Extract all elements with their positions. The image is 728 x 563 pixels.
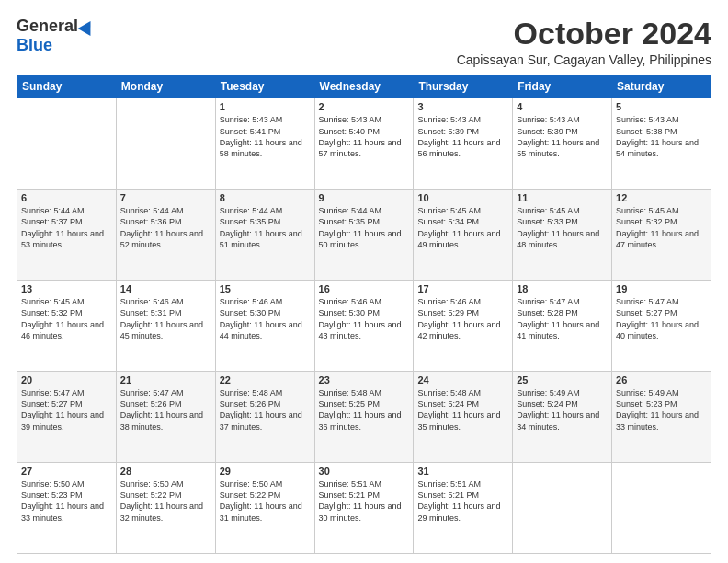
cell-info: Sunrise: 5:44 AM Sunset: 5:35 PM Dayligh… bbox=[319, 205, 410, 250]
calendar-cell: 2Sunrise: 5:43 AM Sunset: 5:40 PM Daylig… bbox=[314, 98, 414, 190]
day-number: 28 bbox=[120, 465, 211, 477]
cell-info: Sunrise: 5:43 AM Sunset: 5:40 PM Dayligh… bbox=[319, 114, 410, 159]
calendar-cell bbox=[612, 463, 711, 554]
cell-info: Sunrise: 5:51 AM Sunset: 5:21 PM Dayligh… bbox=[417, 478, 508, 523]
location-title: Capissayan Sur, Cagayan Valley, Philippi… bbox=[457, 52, 711, 67]
cell-info: Sunrise: 5:47 AM Sunset: 5:28 PM Dayligh… bbox=[517, 296, 608, 341]
day-number: 2 bbox=[319, 101, 410, 112]
calendar-table: SundayMondayTuesdayWednesdayThursdayFrid… bbox=[17, 75, 711, 554]
calendar-cell: 22Sunrise: 5:48 AM Sunset: 5:26 PM Dayli… bbox=[215, 372, 314, 463]
cell-info: Sunrise: 5:43 AM Sunset: 5:38 PM Dayligh… bbox=[616, 114, 707, 159]
day-number: 14 bbox=[120, 283, 211, 294]
calendar-cell: 20Sunrise: 5:47 AM Sunset: 5:27 PM Dayli… bbox=[17, 372, 117, 463]
cell-info: Sunrise: 5:47 AM Sunset: 5:27 PM Dayligh… bbox=[21, 387, 112, 432]
cell-info: Sunrise: 5:43 AM Sunset: 5:41 PM Dayligh… bbox=[220, 114, 311, 159]
calendar-cell: 31Sunrise: 5:51 AM Sunset: 5:21 PM Dayli… bbox=[414, 463, 513, 554]
calendar-cell: 13Sunrise: 5:45 AM Sunset: 5:32 PM Dayli… bbox=[17, 281, 117, 372]
day-number: 11 bbox=[517, 192, 608, 203]
calendar-cell: 11Sunrise: 5:45 AM Sunset: 5:33 PM Dayli… bbox=[513, 190, 612, 281]
cell-info: Sunrise: 5:44 AM Sunset: 5:37 PM Dayligh… bbox=[21, 205, 112, 250]
month-title: October 2024 bbox=[457, 17, 711, 51]
cell-info: Sunrise: 5:48 AM Sunset: 5:26 PM Dayligh… bbox=[220, 387, 311, 432]
weekday-header-sunday: Sunday bbox=[17, 75, 117, 98]
weekday-header-saturday: Saturday bbox=[612, 75, 711, 98]
calendar-cell: 17Sunrise: 5:46 AM Sunset: 5:29 PM Dayli… bbox=[414, 281, 513, 372]
calendar-cell: 23Sunrise: 5:48 AM Sunset: 5:25 PM Dayli… bbox=[314, 372, 414, 463]
cell-info: Sunrise: 5:49 AM Sunset: 5:23 PM Dayligh… bbox=[616, 387, 707, 432]
weekday-header-friday: Friday bbox=[513, 75, 612, 98]
calendar-cell: 5Sunrise: 5:43 AM Sunset: 5:38 PM Daylig… bbox=[612, 98, 711, 190]
calendar-cell: 1Sunrise: 5:43 AM Sunset: 5:41 PM Daylig… bbox=[215, 98, 314, 190]
day-number: 15 bbox=[220, 283, 311, 294]
weekday-header-thursday: Thursday bbox=[414, 75, 513, 98]
cell-info: Sunrise: 5:45 AM Sunset: 5:34 PM Dayligh… bbox=[417, 205, 508, 250]
calendar-cell: 28Sunrise: 5:50 AM Sunset: 5:22 PM Dayli… bbox=[116, 463, 215, 554]
day-number: 6 bbox=[21, 192, 112, 203]
calendar-cell: 6Sunrise: 5:44 AM Sunset: 5:37 PM Daylig… bbox=[17, 190, 117, 281]
calendar-cell: 7Sunrise: 5:44 AM Sunset: 5:36 PM Daylig… bbox=[116, 190, 215, 281]
calendar-cell: 19Sunrise: 5:47 AM Sunset: 5:27 PM Dayli… bbox=[612, 281, 711, 372]
calendar-cell bbox=[116, 98, 215, 190]
day-number: 17 bbox=[417, 283, 508, 294]
logo: General Blue bbox=[17, 17, 95, 55]
day-number: 10 bbox=[417, 192, 508, 203]
calendar-page: General Blue October 2024 Capissayan Sur… bbox=[0, 0, 728, 563]
calendar-cell bbox=[513, 463, 612, 554]
day-number: 26 bbox=[616, 374, 707, 385]
calendar-cell: 3Sunrise: 5:43 AM Sunset: 5:39 PM Daylig… bbox=[414, 98, 513, 190]
calendar-cell: 26Sunrise: 5:49 AM Sunset: 5:23 PM Dayli… bbox=[612, 372, 711, 463]
calendar-week-5: 27Sunrise: 5:50 AM Sunset: 5:23 PM Dayli… bbox=[17, 463, 711, 554]
day-number: 16 bbox=[319, 283, 410, 294]
day-number: 3 bbox=[417, 101, 508, 112]
calendar-cell: 9Sunrise: 5:44 AM Sunset: 5:35 PM Daylig… bbox=[314, 190, 414, 281]
calendar-cell: 27Sunrise: 5:50 AM Sunset: 5:23 PM Dayli… bbox=[17, 463, 117, 554]
calendar-cell: 18Sunrise: 5:47 AM Sunset: 5:28 PM Dayli… bbox=[513, 281, 612, 372]
day-number: 1 bbox=[220, 101, 311, 112]
cell-info: Sunrise: 5:48 AM Sunset: 5:24 PM Dayligh… bbox=[417, 387, 508, 432]
weekday-header-tuesday: Tuesday bbox=[215, 75, 314, 98]
cell-info: Sunrise: 5:46 AM Sunset: 5:30 PM Dayligh… bbox=[319, 296, 410, 341]
cell-info: Sunrise: 5:50 AM Sunset: 5:22 PM Dayligh… bbox=[220, 478, 311, 523]
weekday-header-wednesday: Wednesday bbox=[314, 75, 414, 98]
weekday-header-monday: Monday bbox=[116, 75, 215, 98]
calendar-cell: 8Sunrise: 5:44 AM Sunset: 5:35 PM Daylig… bbox=[215, 190, 314, 281]
day-number: 29 bbox=[220, 465, 311, 477]
cell-info: Sunrise: 5:51 AM Sunset: 5:21 PM Dayligh… bbox=[319, 478, 410, 523]
calendar-week-4: 20Sunrise: 5:47 AM Sunset: 5:27 PM Dayli… bbox=[17, 372, 711, 463]
logo-text: General bbox=[17, 17, 95, 36]
cell-info: Sunrise: 5:45 AM Sunset: 5:32 PM Dayligh… bbox=[616, 205, 707, 250]
day-number: 22 bbox=[220, 374, 311, 385]
calendar-cell: 10Sunrise: 5:45 AM Sunset: 5:34 PM Dayli… bbox=[414, 190, 513, 281]
cell-info: Sunrise: 5:46 AM Sunset: 5:31 PM Dayligh… bbox=[120, 296, 211, 341]
day-number: 25 bbox=[517, 374, 608, 385]
logo-triangle-icon bbox=[78, 17, 97, 35]
cell-info: Sunrise: 5:43 AM Sunset: 5:39 PM Dayligh… bbox=[517, 114, 608, 159]
title-block: October 2024 Capissayan Sur, Cagayan Val… bbox=[457, 17, 711, 67]
calendar-cell bbox=[17, 98, 117, 190]
logo-general: General bbox=[17, 17, 78, 36]
day-number: 24 bbox=[417, 374, 508, 385]
cell-info: Sunrise: 5:46 AM Sunset: 5:29 PM Dayligh… bbox=[417, 296, 508, 341]
calendar-cell: 15Sunrise: 5:46 AM Sunset: 5:30 PM Dayli… bbox=[215, 281, 314, 372]
day-number: 13 bbox=[21, 283, 112, 294]
calendar-cell: 14Sunrise: 5:46 AM Sunset: 5:31 PM Dayli… bbox=[116, 281, 215, 372]
calendar-cell: 16Sunrise: 5:46 AM Sunset: 5:30 PM Dayli… bbox=[314, 281, 414, 372]
page-header: General Blue October 2024 Capissayan Sur… bbox=[17, 17, 711, 67]
cell-info: Sunrise: 5:48 AM Sunset: 5:25 PM Dayligh… bbox=[319, 387, 410, 432]
calendar-week-2: 6Sunrise: 5:44 AM Sunset: 5:37 PM Daylig… bbox=[17, 190, 711, 281]
cell-info: Sunrise: 5:43 AM Sunset: 5:39 PM Dayligh… bbox=[417, 114, 508, 159]
calendar-cell: 24Sunrise: 5:48 AM Sunset: 5:24 PM Dayli… bbox=[414, 372, 513, 463]
cell-info: Sunrise: 5:45 AM Sunset: 5:32 PM Dayligh… bbox=[21, 296, 112, 341]
cell-info: Sunrise: 5:50 AM Sunset: 5:22 PM Dayligh… bbox=[120, 478, 211, 523]
cell-info: Sunrise: 5:44 AM Sunset: 5:36 PM Dayligh… bbox=[120, 205, 211, 250]
cell-info: Sunrise: 5:50 AM Sunset: 5:23 PM Dayligh… bbox=[21, 478, 112, 523]
calendar-week-3: 13Sunrise: 5:45 AM Sunset: 5:32 PM Dayli… bbox=[17, 281, 711, 372]
calendar-cell: 12Sunrise: 5:45 AM Sunset: 5:32 PM Dayli… bbox=[612, 190, 711, 281]
calendar-cell: 30Sunrise: 5:51 AM Sunset: 5:21 PM Dayli… bbox=[314, 463, 414, 554]
calendar-week-1: 1Sunrise: 5:43 AM Sunset: 5:41 PM Daylig… bbox=[17, 98, 711, 190]
day-number: 9 bbox=[319, 192, 410, 203]
calendar-header-row: SundayMondayTuesdayWednesdayThursdayFrid… bbox=[17, 75, 711, 98]
cell-info: Sunrise: 5:49 AM Sunset: 5:24 PM Dayligh… bbox=[517, 387, 608, 432]
day-number: 21 bbox=[120, 374, 211, 385]
cell-info: Sunrise: 5:47 AM Sunset: 5:26 PM Dayligh… bbox=[120, 387, 211, 432]
